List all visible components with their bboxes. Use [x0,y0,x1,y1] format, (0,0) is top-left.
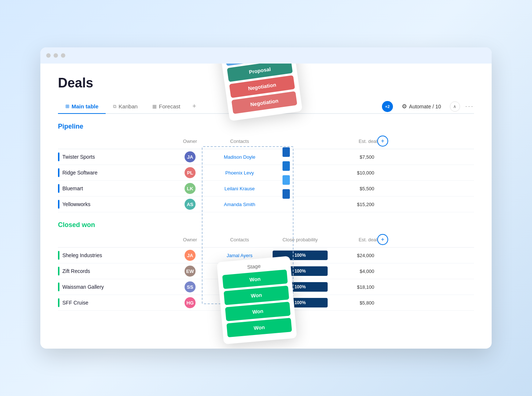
stage-bar-group-pipeline [283,147,290,199]
pipeline-col-contacts-header: Contacts [212,138,267,144]
more-options-button[interactable]: ··· [465,102,474,110]
table-row: Ridge Software PL Phoenix Levy $10,000 [58,165,474,181]
row-indicator [58,168,59,177]
pipeline-table-header: Owner Contacts Est. deal + [58,133,474,149]
owner-avatar-2: LK [185,183,196,194]
add-column-pipeline-button[interactable]: + [377,136,388,147]
cw-row-contact-0[interactable]: Jamal Ayers [212,253,267,258]
row-name-waissman: Waissman Gallery [58,282,168,291]
cw-col-deal-header: Est. deal [333,237,377,242]
cw-row-deal-2: $18,100 [333,284,377,290]
pipeline-col-owner-header: Owner [168,138,212,144]
automate-button[interactable]: ⚙ Automate / 10 [398,101,445,112]
tab-main-table[interactable]: ⊞ Main table [58,100,106,113]
table-row: Bluemart LK Leilani Krause $5,500 [58,181,474,197]
cw-owner-avatar-1: EW [185,266,196,277]
row-indicator-won [58,267,59,276]
stage-bar-pipeline-2 [283,175,290,185]
row-name-sheleg: Sheleg Industries [58,251,168,260]
tab-kanban[interactable]: ⧉ Kanban [106,100,145,113]
row-deal-0: $7,500 [333,154,377,160]
row-owner-2: LK [168,183,212,194]
owner-avatar-0: JA [185,151,196,162]
table-row: Twister Sports JA Madison Doyle $7,500 [58,149,474,165]
collapse-button[interactable]: ∧ [450,101,460,112]
cw-owner-avatar-0: JA [185,250,196,261]
pipeline-col-deal-header: Est. deal [333,138,377,144]
stage-bar-pipeline-1 [283,161,290,171]
row-deal-1: $10,000 [333,170,377,176]
row-name-twister-sports: Twister Sports [58,152,168,161]
browser-window: Deals ⊞ Main table ⧉ Kanban ▦ Forecast +… [40,47,492,349]
stage-option-won-3[interactable]: Won [226,318,292,337]
cw-col-prob-header: Close probability [267,237,333,242]
cw-owner-avatar-2: SS [185,281,196,292]
tab-main-table-label: Main table [72,103,98,109]
browser-dot-green [61,53,65,58]
closed-won-section-title: Closed won [58,221,474,229]
main-table-icon: ⊞ [65,104,69,109]
avatar-group-badge: +2 [382,101,393,112]
browser-dot-yellow [54,53,58,58]
browser-titlebar [40,47,492,64]
owner-avatar-3: AS [185,199,196,210]
stage-bar-pipeline-0 [283,147,290,157]
row-owner-1: PL [168,167,212,178]
closed-won-table-header: Owner Contacts Close probability Est. de… [58,232,474,248]
row-contact-3[interactable]: Amanda Smith [212,202,267,207]
row-owner-3: AS [168,199,212,210]
row-deal-2: $5,500 [333,186,377,191]
cw-col-owner-header: Owner [168,237,212,242]
row-contact-0[interactable]: Madison Doyle [212,154,267,160]
automate-icon: ⚙ [402,103,407,110]
cw-owner-avatar-3: HG [185,297,196,308]
row-owner-0: JA [168,151,212,162]
browser-dot-red [46,53,51,58]
pipeline-section-title: Pipeline [58,123,474,130]
cw-row-owner-2: SS [168,281,212,292]
stage-bar-pipeline-3 [283,189,290,199]
row-contact-1[interactable]: Phoenix Levy [212,170,267,176]
app-content: Deals ⊞ Main table ⧉ Kanban ▦ Forecast +… [40,64,492,349]
add-column-cw-button[interactable]: + [377,234,388,245]
owner-avatar-1: PL [185,167,196,178]
stage-dropdown-top: Stage Qualified Proposal Negotiation Neg… [218,64,302,121]
table-row: Yellowworks AS Amanda Smith $15,200 [58,197,474,212]
row-indicator-won [58,251,59,260]
cw-row-owner-0: JA [168,250,212,261]
cw-col-contacts-header: Contacts [212,237,267,242]
cw-row-owner-1: EW [168,266,212,277]
row-name-sff: SFF Cruise [58,298,168,307]
row-indicator-won [58,282,59,291]
forecast-icon: ▦ [152,104,157,109]
row-indicator [58,200,59,209]
kanban-icon: ⧉ [113,104,116,109]
row-name-bluemart: Bluemart [58,184,168,193]
cw-row-owner-3: HG [168,297,212,308]
tab-forecast[interactable]: ▦ Forecast [145,100,187,113]
row-contact-2[interactable]: Leilani Krause [212,186,267,191]
row-indicator [58,184,59,193]
row-name-yellowworks: Yellowworks [58,200,168,209]
tab-kanban-label: Kanban [119,103,138,109]
cw-row-deal-0: $24,000 [333,253,377,258]
cw-row-deal-1: $4,000 [333,269,377,274]
row-name-ridge-software: Ridge Software [58,168,168,177]
cw-row-deal-3: $5,800 [333,300,377,306]
row-indicator [58,152,59,161]
add-tab-button[interactable]: + [189,101,199,112]
row-indicator-won [58,298,59,307]
tab-forecast-label: Forecast [159,103,180,109]
row-deal-3: $15,200 [333,202,377,207]
row-name-zift: Zift Records [58,267,168,276]
stage-dropdown-bottom: Stage Won Won Won Won [217,256,297,345]
